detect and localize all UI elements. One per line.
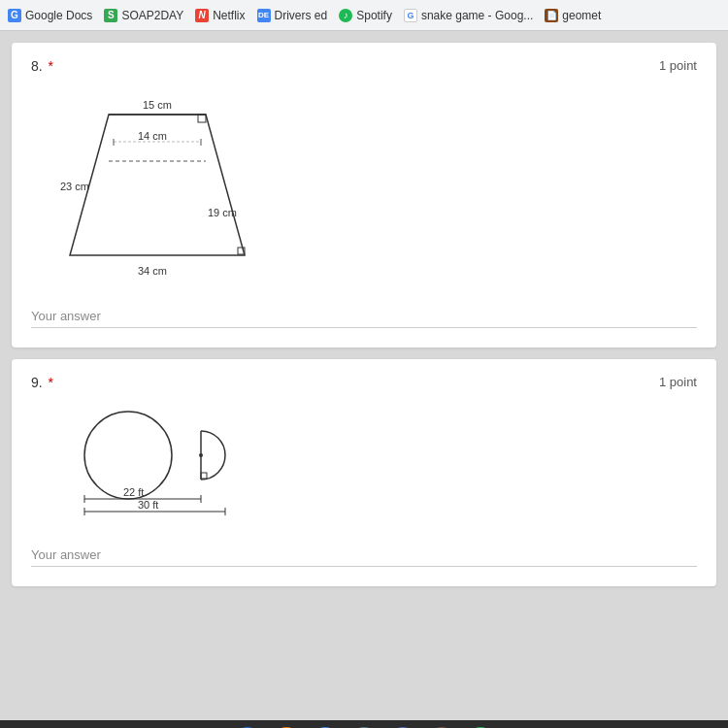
trapezoid-diagram: 15 cm 14 cm 23 cm 19 cm 34 cm — [50, 85, 697, 293]
tab-soap2day[interactable]: S SOAP2DAY — [104, 9, 183, 22]
tab-label: Google Docs — [25, 9, 92, 22]
page-content: 8. * 1 point 15 cm — [0, 31, 728, 720]
circle-diagram: 22 ft 30 ft — [50, 402, 697, 532]
svg-text:14 cm: 14 cm — [138, 130, 167, 142]
svg-text:22 ft: 22 ft — [123, 486, 144, 498]
spotify-icon: ♪ — [339, 9, 352, 22]
tab-label: Drivers ed — [275, 9, 328, 22]
question-8-points: 1 point — [659, 58, 697, 73]
question-9-points: 1 point — [659, 375, 697, 389]
tab-drivers-ed[interactable]: DE Drivers ed — [257, 9, 328, 22]
google-icon: G — [404, 9, 417, 22]
svg-text:34 cm: 34 cm — [138, 265, 167, 277]
circle-svg: 22 ft 30 ft — [50, 402, 303, 528]
netflix-icon: N — [195, 9, 209, 22]
tab-label: SOAP2DAY — [121, 9, 183, 22]
svg-text:15 cm: 15 cm — [143, 99, 172, 111]
browser-tab-bar: G Google Docs S SOAP2DAY N Netflix DE Dr… — [0, 0, 728, 31]
trapezoid-svg: 15 cm 14 cm 23 cm 19 cm 34 cm — [50, 85, 264, 289]
svg-rect-2 — [198, 115, 206, 122]
question-9-header: 9. * 1 point — [31, 375, 697, 390]
google-docs-icon: G — [8, 9, 21, 22]
question-9-number: 9. * — [31, 375, 53, 390]
svg-rect-16 — [201, 473, 207, 479]
soap2day-icon: S — [104, 9, 117, 22]
tab-google-docs[interactable]: G Google Docs — [8, 9, 92, 22]
drivers-ed-icon: DE — [257, 9, 271, 22]
svg-text:23 cm: 23 cm — [60, 181, 89, 192]
taskbar: 📹 🧡 ⚙ 🛡 📁 ▶ — [0, 720, 728, 728]
tab-label: Netflix — [213, 9, 245, 22]
question-9-card: 9. * 1 point 22 ft — [12, 359, 716, 586]
question-9-answer-input[interactable]: Your answer — [31, 547, 697, 567]
tab-spotify[interactable]: ♪ Spotify — [339, 9, 392, 22]
tab-netflix[interactable]: N Netflix — [195, 9, 245, 22]
question-8-card: 8. * 1 point 15 cm — [12, 43, 716, 347]
tab-snake-game[interactable]: G snake game - Goog... — [404, 9, 533, 22]
question-8-number: 8. * — [31, 58, 53, 74]
tab-label: Spotify — [356, 9, 392, 22]
question-8-header: 8. * 1 point — [31, 58, 697, 74]
svg-text:19 cm: 19 cm — [208, 207, 237, 218]
svg-text:30 ft: 30 ft — [138, 499, 158, 511]
question-8-answer-input[interactable]: Your answer — [31, 309, 697, 328]
svg-point-15 — [199, 453, 203, 457]
tab-label: geomet — [562, 9, 601, 22]
tab-label: snake game - Goog... — [421, 9, 533, 22]
geomet-icon: 📄 — [545, 9, 558, 22]
tab-geomet[interactable]: 📄 geomet — [545, 9, 601, 22]
